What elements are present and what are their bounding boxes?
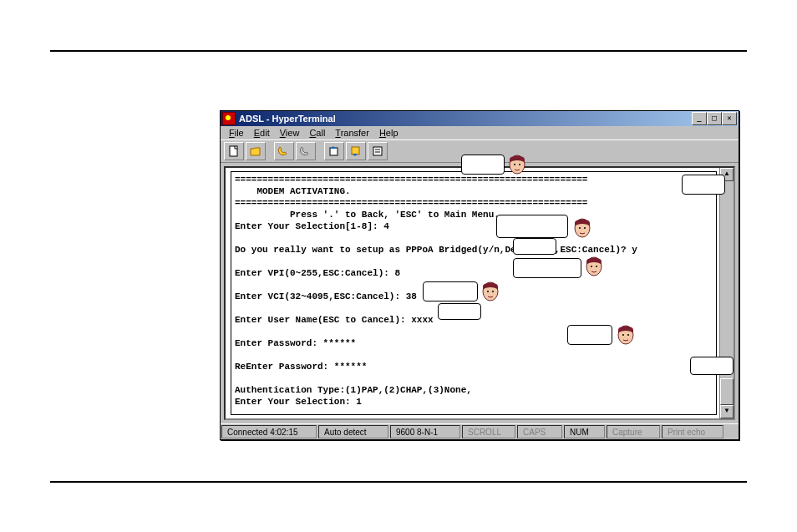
toolbar-new[interactable] xyxy=(224,142,244,160)
menu-call[interactable]: Call xyxy=(304,127,330,139)
callout-annotation xyxy=(567,325,612,345)
svg-rect-1 xyxy=(330,148,338,155)
face-annotation-icon xyxy=(583,253,605,278)
callout-annotation xyxy=(513,238,556,255)
menu-transfer[interactable]: Transfer xyxy=(330,127,374,139)
phone-disconnect-icon xyxy=(300,145,312,157)
svg-point-10 xyxy=(579,227,581,229)
callout-annotation xyxy=(513,258,581,278)
close-button[interactable]: ✕ xyxy=(722,112,737,125)
face-annotation-icon xyxy=(571,215,593,240)
hyperterminal-window: ADSL - HyperTerminal _ □ ✕ File Edit Vie… xyxy=(220,110,739,440)
toolbar-properties[interactable] xyxy=(368,142,388,160)
svg-point-16 xyxy=(487,291,489,292)
toolbar-send[interactable] xyxy=(324,142,344,160)
toolbar-open[interactable] xyxy=(246,142,266,160)
minimize-button[interactable]: _ xyxy=(692,112,707,125)
svg-point-19 xyxy=(622,334,624,336)
new-doc-icon xyxy=(228,145,240,157)
svg-point-14 xyxy=(596,266,597,267)
status-connected: Connected 4:02:15 xyxy=(221,425,317,438)
titlebar[interactable]: ADSL - HyperTerminal _ □ ✕ xyxy=(221,111,739,126)
phone-connect-icon xyxy=(278,145,290,157)
callout-annotation xyxy=(682,175,725,195)
open-folder-icon xyxy=(250,145,261,157)
send-file-icon xyxy=(328,145,340,157)
svg-rect-2 xyxy=(352,147,359,155)
scroll-thumb[interactable] xyxy=(720,378,734,405)
svg-point-11 xyxy=(584,227,586,229)
toolbar-connect[interactable] xyxy=(274,142,294,160)
callout-annotation xyxy=(438,303,481,320)
scroll-down-button[interactable]: ▼ xyxy=(720,405,734,418)
face-annotation-icon xyxy=(480,278,501,303)
svg-point-7 xyxy=(514,164,515,165)
face-annotation-icon xyxy=(506,151,528,176)
callout-annotation xyxy=(423,281,478,301)
menu-edit[interactable]: Edit xyxy=(249,127,275,139)
window-title: ADSL - HyperTerminal xyxy=(239,114,336,124)
menu-help[interactable]: Help xyxy=(374,127,404,139)
status-port: 9600 8-N-1 xyxy=(390,425,460,438)
page-top-rule xyxy=(50,50,747,52)
menu-file[interactable]: File xyxy=(224,127,249,139)
status-scroll: SCROLL xyxy=(462,425,515,438)
vertical-scrollbar[interactable]: ▲ ▼ xyxy=(719,168,734,418)
status-capture: Capture xyxy=(607,425,660,438)
app-icon xyxy=(222,112,236,125)
toolbar-receive[interactable] xyxy=(346,142,366,160)
svg-rect-3 xyxy=(373,147,382,155)
page-bottom-rule xyxy=(50,481,747,483)
svg-point-20 xyxy=(627,334,629,336)
statusbar: Connected 4:02:15 Auto detect 9600 8-N-1… xyxy=(221,423,739,439)
face-annotation-icon xyxy=(615,322,637,347)
status-caps: CAPS xyxy=(517,425,562,438)
status-printecho: Print echo xyxy=(662,425,723,438)
svg-point-13 xyxy=(591,266,592,267)
svg-point-17 xyxy=(492,291,494,292)
svg-point-8 xyxy=(519,164,520,165)
maximize-button[interactable]: □ xyxy=(707,112,722,125)
properties-icon xyxy=(372,145,383,157)
status-autodetect: Auto detect xyxy=(318,425,388,438)
receive-file-icon xyxy=(350,145,362,157)
callout-annotation xyxy=(496,215,568,238)
svg-rect-0 xyxy=(230,146,237,156)
menubar: File Edit View Call Transfer Help xyxy=(221,126,739,139)
toolbar-disconnect[interactable] xyxy=(296,142,316,160)
callout-annotation xyxy=(461,155,505,175)
menu-view[interactable]: View xyxy=(275,127,305,139)
callout-annotation xyxy=(690,357,734,375)
status-num: NUM xyxy=(564,425,605,438)
